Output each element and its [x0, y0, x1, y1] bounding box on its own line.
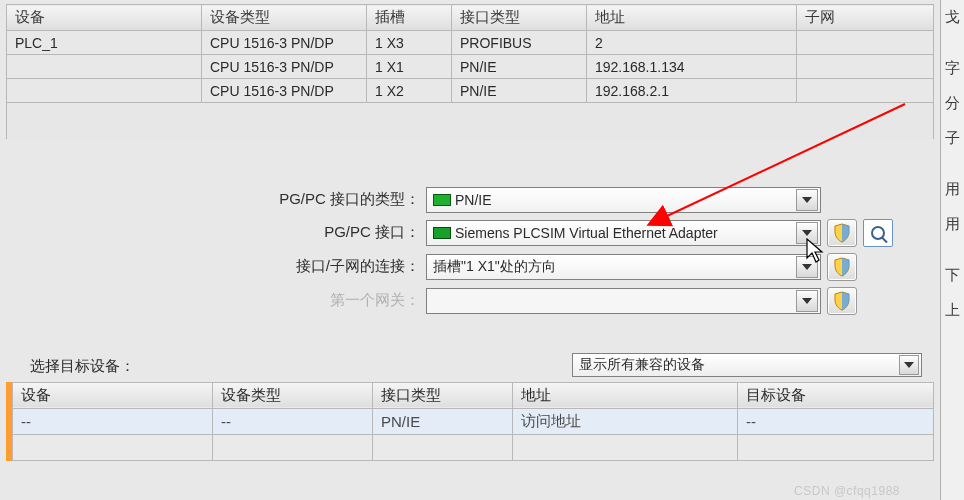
dropdown-button[interactable] [796, 222, 818, 244]
select-value: Siemens PLCSIM Virtual Ethernet Adapter [455, 225, 718, 241]
table-row[interactable] [13, 434, 934, 460]
select-value: 插槽"1 X1"处的方向 [433, 258, 556, 276]
shield-icon [833, 257, 851, 277]
col-slot[interactable]: 插槽 [367, 5, 452, 31]
shield-icon [833, 291, 851, 311]
search-button[interactable] [863, 219, 893, 247]
table-row[interactable]: CPU 1516-3 PN/DP 1 X2 PN/IE 192.168.2.1 [7, 79, 934, 103]
label-select-target: 选择目标设备： [18, 351, 135, 380]
select-value: PN/IE [455, 192, 492, 208]
label-subnet: 接口/子网的连接： [6, 257, 426, 276]
target-device-table[interactable]: 设备 设备类型 接口类型 地址 目标设备 -- -- PN/IE 访问地址 -- [12, 382, 934, 461]
col-device[interactable]: 设备 [13, 382, 213, 408]
chevron-down-icon [802, 197, 812, 203]
select-value: 显示所有兼容的设备 [579, 356, 705, 374]
right-sidebar: 戈 字 分 子 用 用 下 上 [940, 0, 964, 500]
magnifier-icon [871, 226, 885, 240]
device-table[interactable]: 设备 设备类型 插槽 接口类型 地址 子网 PLC_1 CPU 1516-3 P… [6, 4, 934, 139]
properties-button[interactable] [827, 219, 857, 247]
dropdown-button[interactable] [899, 355, 919, 375]
dropdown-button[interactable] [796, 189, 818, 211]
chevron-down-icon [904, 362, 914, 368]
col-addr[interactable]: 地址 [587, 5, 797, 31]
select-subnet[interactable]: 插槽"1 X1"处的方向 [426, 254, 821, 280]
col-target[interactable]: 目标设备 [738, 382, 934, 408]
select-gateway[interactable] [426, 288, 821, 314]
col-type[interactable]: 设备类型 [213, 382, 373, 408]
shield-icon [833, 223, 851, 243]
network-adapter-icon [433, 227, 451, 239]
table-row[interactable]: -- -- PN/IE 访问地址 -- [13, 408, 934, 434]
properties-button[interactable] [827, 287, 857, 315]
col-device[interactable]: 设备 [7, 5, 202, 31]
device-table-container: 设备 设备类型 插槽 接口类型 地址 子网 PLC_1 CPU 1516-3 P… [6, 4, 934, 139]
select-interface-type[interactable]: PN/IE [426, 187, 821, 213]
col-iftype[interactable]: 接口类型 [373, 382, 513, 408]
col-subnet[interactable]: 子网 [797, 5, 934, 31]
dropdown-button[interactable] [796, 290, 818, 312]
col-iftype[interactable]: 接口类型 [452, 5, 587, 31]
chevron-down-icon [802, 264, 812, 270]
label-interface-type: PG/PC 接口的类型： [6, 190, 426, 209]
label-interface: PG/PC 接口： [6, 223, 426, 242]
table-row[interactable]: PLC_1 CPU 1516-3 PN/DP 1 X3 PROFIBUS 2 [7, 31, 934, 55]
label-gateway: 第一个网关： [6, 291, 426, 310]
col-type[interactable]: 设备类型 [202, 5, 367, 31]
chevron-down-icon [802, 298, 812, 304]
properties-button[interactable] [827, 253, 857, 281]
dropdown-button[interactable] [796, 256, 818, 278]
select-interface[interactable]: Siemens PLCSIM Virtual Ethernet Adapter [426, 220, 821, 246]
chevron-down-icon [802, 230, 812, 236]
select-target-filter[interactable]: 显示所有兼容的设备 [572, 353, 922, 377]
table-row[interactable]: CPU 1516-3 PN/DP 1 X1 PN/IE 192.168.1.13… [7, 55, 934, 79]
network-adapter-icon [433, 194, 451, 206]
col-addr[interactable]: 地址 [513, 382, 738, 408]
watermark: CSDN @cfqq1988 [794, 484, 900, 498]
